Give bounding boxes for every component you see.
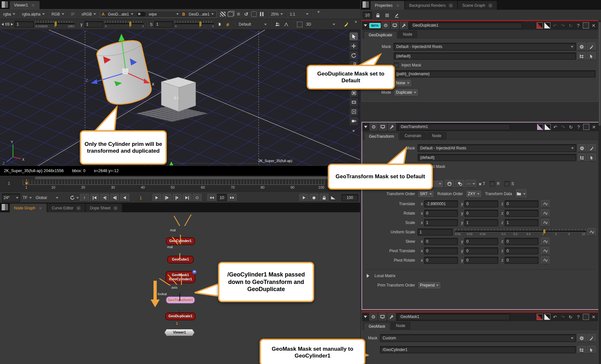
mask-pattern-field[interactable]: {default} [394,53,576,60]
node-geotransform1[interactable]: GeoTransform1 [166,296,195,304]
properties-scrollbar[interactable] [598,20,601,364]
rotation-order-dropdown[interactable]: ZXY [466,190,482,198]
ramp-icon[interactable] [330,194,337,201]
tab-properties[interactable]: Properties× [371,1,404,10]
pane-menu-icon[interactable] [362,1,369,8]
record-button[interactable] [310,194,318,202]
curve-icon[interactable] [587,228,596,236]
float-window-icon[interactable] [583,124,589,130]
transform-data-icon[interactable] [516,189,526,198]
view-mode-dropdown[interactable]: 3D [305,21,337,27]
checker-background-icon[interactable] [219,11,227,18]
gear-icon[interactable] [577,43,586,51]
exposure-up-icon[interactable] [11,23,13,26]
next-frame-button[interactable] [163,194,171,202]
rotate-y-field[interactable]: 0 [464,210,498,217]
snap-options-icon[interactable]: ⋯ [466,180,476,188]
prev-frame-button[interactable] [110,194,119,202]
monitor-icon[interactable] [391,22,399,29]
current-frame[interactable]: 1 [130,195,151,200]
exposure-down-icon[interactable] [2,23,4,26]
node-color-swatch[interactable] [537,314,543,320]
range-dropdown[interactable]: Global [34,195,60,201]
node-name-field[interactable]: GeoMask1 [398,313,510,320]
snap-target-icon[interactable] [455,180,464,188]
name-pattern-field[interactable]: {path}_{nodename} [394,70,595,77]
view-preset-dropdown[interactable]: Default [238,21,268,27]
redo-icon[interactable]: ↷ [559,23,566,28]
lock-button[interactable] [320,194,328,202]
channel-dropdown[interactable]: rgba [2,11,17,17]
tf-dropdown[interactable]: TF [21,195,33,201]
select-arrow-icon[interactable] [587,346,595,354]
translate-tool-icon[interactable] [350,42,358,50]
zoom-level-dropdown[interactable]: 25% [270,11,284,17]
tab-close-icon[interactable]: × [396,3,400,8]
rotate-x-field[interactable]: 0 [424,210,458,217]
step-fwd-button[interactable] [228,194,237,202]
gamma-field[interactable]: 1 [84,21,104,28]
sync-icon[interactable] [243,11,250,18]
next-key-button[interactable] [173,194,181,202]
step-back-button[interactable] [207,194,216,202]
snap-r-checkbox[interactable] [490,181,495,186]
tab-close-icon[interactable]: × [76,206,81,210]
go-end-button[interactable] [183,194,191,202]
reset-icon[interactable]: ↻ [567,23,574,28]
close-panel-icon[interactable]: ✕ [591,124,597,130]
image-panel-icon[interactable] [350,89,358,97]
collapse-icon[interactable] [364,316,367,320]
b-node-dropdown[interactable]: GeoD...ate1 [187,11,215,17]
mask-dropdown[interactable]: Default - Injected/All Roots [418,144,576,152]
rotate-z-field[interactable]: 0 [505,210,538,217]
tab-close-icon[interactable]: × [488,3,493,8]
tab-geoduplicate[interactable]: GeoDuplicate [364,31,397,39]
end-frame-field[interactable]: 100 [341,194,358,201]
eyedropper-icon[interactable] [587,144,596,152]
timeline-ruler[interactable] [23,180,325,185]
help-icon[interactable]: ? [575,124,582,130]
undo-icon[interactable]: ↶ [552,124,558,130]
scenegraph-locate-icon[interactable] [370,123,378,131]
lock-icon[interactable] [374,12,381,18]
flipbook-button[interactable] [300,194,308,202]
scenegraph-tree-icon[interactable] [577,52,586,60]
curve-icon[interactable] [541,247,549,255]
close-panel-icon[interactable]: ✕ [590,23,597,28]
grid-snap-icon[interactable]: # [224,21,231,28]
region-of-interest-icon[interactable] [251,11,258,18]
gear-icon[interactable] [577,334,586,342]
eyedropper-icon[interactable] [587,334,595,342]
cube-prim[interactable]: 0.1 [161,77,196,112]
node-shade-swatch[interactable] [544,22,550,29]
exposure-slider[interactable]: 0.015625 1 1064 [35,20,74,28]
proxy-people-icon[interactable] [274,21,281,28]
monitor-icon[interactable] [378,313,386,321]
transform-order-dropdown[interactable]: SRT [418,190,434,198]
curve-icon[interactable] [541,209,549,217]
clear-nodes-icon[interactable]: ⊠ [384,12,391,18]
curve-icon[interactable] [541,200,549,208]
play-back-button[interactable] [120,194,129,202]
snap-orient-icon[interactable] [445,180,454,188]
node-viewer1[interactable]: Viewer1 [165,329,194,336]
toolbar-overflow-icon[interactable] [314,11,321,18]
eyedropper-icon[interactable] [587,43,595,51]
help-icon[interactable]: ? [575,23,582,28]
node-geocube1[interactable]: GeoCube1 [167,256,194,264]
timeline[interactable]: 1 1 1 10 20 30 40 50 60 70 80 90 100 [0,176,360,191]
uniform-scale-field[interactable]: 1 [418,229,453,236]
pivot-rotate-y-field[interactable]: 0 [464,257,498,264]
select-arrow-icon[interactable] [587,154,596,161]
tab-node-graph[interactable]: Node Graph× [10,204,47,212]
display-dropdown[interactable]: RGB [50,11,66,17]
mask-dropdown[interactable]: Custom [380,334,576,342]
collapse-icon[interactable] [364,126,367,130]
float-window-icon[interactable] [583,22,589,29]
expand-icon[interactable] [367,274,371,278]
frame-panel-icon[interactable] [350,108,358,116]
ip-button[interactable]: IP [70,11,76,17]
close-panel-icon[interactable]: ✕ [590,314,597,320]
undo-icon[interactable]: ↶ [552,23,558,28]
wrench-icon[interactable] [400,22,408,29]
